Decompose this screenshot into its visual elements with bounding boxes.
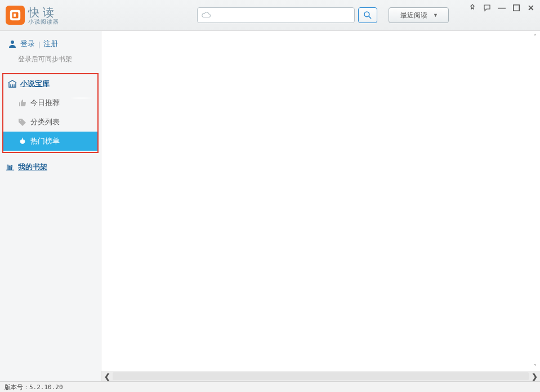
section-head-library[interactable]: 小说宝库: [3, 74, 97, 93]
sidebar-item-today-label: 今日推荐: [30, 98, 60, 108]
login-link[interactable]: 登录: [20, 39, 35, 49]
close-button[interactable]: ✕: [526, 3, 535, 12]
register-link[interactable]: 注册: [43, 39, 58, 49]
vertical-scrollbar[interactable]: ˄ ˅: [531, 32, 539, 370]
svg-rect-2: [14, 13, 16, 17]
horizontal-scrollbar[interactable]: ❮ ❯: [101, 371, 540, 381]
version-prefix: 版本号：: [5, 384, 29, 391]
section-head-shelf-label: 我的书架: [18, 162, 47, 172]
auth-separator: |: [38, 40, 40, 48]
sync-tip: 登录后可同步书架: [0, 52, 101, 71]
body: 登录 | 注册 登录后可同步书架 小说宝库 今日推荐 分类列表: [0, 31, 540, 381]
app-logo-block: 快读 小说阅读器: [6, 6, 101, 25]
thumb-up-icon: [18, 99, 27, 107]
svg-line-4: [369, 16, 371, 19]
content-area: ˄ ˅ ❮ ❯: [101, 31, 540, 381]
search-box[interactable]: [197, 7, 355, 23]
library-menu: 今日推荐 分类列表 热门榜单: [3, 93, 97, 151]
flame-icon: [18, 137, 27, 145]
recent-reading-button[interactable]: 最近阅读 ▼: [389, 7, 449, 23]
minimize-button[interactable]: —: [497, 3, 506, 12]
scroll-right-arrow[interactable]: ❯: [529, 371, 540, 381]
app-name: 快读: [28, 6, 59, 19]
sidebar: 登录 | 注册 登录后可同步书架 小说宝库 今日推荐 分类列表: [0, 31, 101, 381]
maximize-button[interactable]: [512, 3, 521, 12]
search-input[interactable]: [213, 11, 351, 20]
scroll-track[interactable]: [113, 372, 529, 380]
sidebar-item-category-label: 分类列表: [30, 117, 60, 127]
tag-icon: [18, 118, 27, 126]
feedback-button[interactable]: [483, 3, 492, 12]
svg-rect-5: [514, 5, 520, 11]
sidebar-item-today[interactable]: 今日推荐: [3, 93, 97, 112]
scroll-up-arrow[interactable]: ˄: [531, 32, 539, 40]
svg-point-6: [11, 40, 14, 44]
app-subtitle: 小说阅读器: [28, 19, 59, 25]
sidebar-item-category[interactable]: 分类列表: [3, 112, 97, 132]
cloud-icon: [201, 11, 211, 19]
search-wrap: [197, 7, 377, 23]
bookshelf-icon: [6, 163, 15, 171]
sidebar-item-hot[interactable]: 热门榜单: [3, 132, 97, 151]
search-icon: [363, 11, 372, 20]
window-controls: — ✕: [468, 3, 535, 12]
section-head-library-label: 小说宝库: [20, 79, 50, 89]
titlebar: 快读 小说阅读器 最近阅读 ▼ — ✕: [0, 0, 540, 31]
chevron-down-icon: ▼: [433, 12, 438, 18]
library-icon: [8, 80, 17, 88]
app-logo-icon: [6, 6, 25, 25]
maximize-icon: [512, 4, 520, 12]
speech-bubble-icon: [483, 4, 491, 12]
section-head-shelf[interactable]: 我的书架: [0, 156, 101, 177]
pin-icon: [468, 4, 476, 12]
version-number: 5.2.10.20: [29, 384, 63, 391]
pin-button[interactable]: [468, 3, 477, 12]
sidebar-item-hot-label: 热门榜单: [30, 136, 60, 146]
scroll-left-arrow[interactable]: ❮: [101, 371, 113, 381]
highlight-box: 小说宝库 今日推荐 分类列表 热门榜单: [2, 73, 99, 153]
status-bar: 版本号：5.2.10.20: [0, 381, 540, 392]
user-icon: [8, 39, 17, 48]
recent-reading-label: 最近阅读: [400, 11, 427, 20]
search-button[interactable]: [358, 7, 377, 23]
auth-row: 登录 | 注册: [0, 39, 101, 52]
scroll-down-arrow[interactable]: ˅: [531, 362, 539, 370]
